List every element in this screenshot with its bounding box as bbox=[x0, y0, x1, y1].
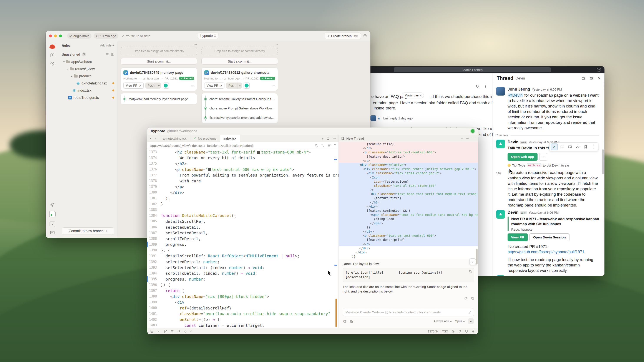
outline-icon[interactable] bbox=[328, 144, 331, 147]
git-branch-icon[interactable] bbox=[164, 330, 167, 333]
feedback-mail-icon[interactable] bbox=[50, 231, 54, 234]
tree-file[interactable]: TS routeTree.gen.ts bbox=[62, 94, 114, 101]
pane-menu-icon[interactable]: ⋯ bbox=[466, 136, 469, 140]
create-branch-button[interactable]: + Create branch ⌘B bbox=[324, 32, 361, 39]
tree-folder[interactable]: product bbox=[62, 72, 114, 80]
pr-title[interactable]: New PR #1971 - feat(web): add responsive… bbox=[511, 217, 599, 227]
close-window-button[interactable] bbox=[49, 34, 52, 37]
message-timestamp[interactable]: Yesterday at 6:06 PM bbox=[532, 88, 562, 91]
tab-overflow-icon[interactable]: ⋯ bbox=[333, 136, 336, 140]
tree-file[interactable]: ai-notetaking.tsx bbox=[62, 80, 114, 87]
search-icon[interactable] bbox=[315, 144, 318, 147]
view-pr-button[interactable]: View PR bbox=[508, 233, 528, 241]
branch-name[interactable]: devin/1764380912-gallery-shortcuts bbox=[211, 71, 270, 75]
diagnostics-summary[interactable]: ✓No problems bbox=[190, 135, 220, 142]
pr-number[interactable]: PR #1981 bbox=[165, 77, 178, 80]
thread-tab-label[interactable]: New Thread bbox=[346, 137, 364, 140]
tree-folder[interactable]: apps/web/src bbox=[62, 58, 114, 65]
nav-forward-icon[interactable] bbox=[155, 137, 156, 139]
check-reaction[interactable]: ✓ bbox=[551, 144, 558, 150]
outline-list-icon[interactable] bbox=[170, 330, 174, 333]
date-divider-pill[interactable]: Yesterday bbox=[402, 92, 424, 98]
help-icon[interactable]: ? bbox=[597, 68, 601, 72]
view-pr-button[interactable]: View PR↗ bbox=[204, 82, 224, 89]
commit-to-new-branch-button[interactable]: Commit to new branch+ bbox=[62, 227, 114, 235]
editor-titlebar[interactable]: hypnote gitbutler/workspace bbox=[147, 127, 478, 135]
breadcrumb[interactable]: apps/web/src/routes/_view/index.tsx › fu… bbox=[147, 142, 338, 149]
avatar[interactable] bbox=[496, 210, 505, 219]
retry-icon[interactable] bbox=[464, 297, 467, 300]
mention-link[interactable]: @Devin bbox=[508, 93, 523, 97]
gitbutler-logo[interactable] bbox=[49, 44, 56, 49]
sender-name[interactable]: Devin bbox=[508, 275, 518, 276]
settings-gear-icon[interactable] bbox=[50, 203, 54, 207]
workspace-thumbnail[interactable] bbox=[49, 211, 56, 217]
push-button[interactable]: Push bbox=[145, 82, 161, 89]
tree-folder[interactable]: routes/_view bbox=[62, 65, 114, 72]
panels-icon[interactable] bbox=[150, 330, 154, 333]
cursor-position[interactable]: 1370:34 bbox=[428, 330, 439, 333]
tab-ai-notetaking[interactable]: ai-notetaking.tsx bbox=[159, 135, 190, 142]
sender-name[interactable]: Devin bbox=[508, 140, 518, 144]
message-timestamp[interactable]: Yesterday at 6:06 PM bbox=[529, 211, 558, 214]
add-rule-button[interactable]: Add rule+ bbox=[100, 44, 114, 47]
permission-mode-dropdown[interactable]: Always Ask bbox=[434, 320, 452, 323]
open-web-app-button[interactable]: Open web app bbox=[508, 153, 538, 161]
commit-row[interactable]: chore: move Prompt Gallery above Workflo… bbox=[202, 104, 278, 113]
reply-thread-icon[interactable] bbox=[566, 144, 574, 150]
collapse-rail-button[interactable] bbox=[50, 221, 55, 227]
origin-branch-pill[interactable]: origin/main bbox=[67, 33, 92, 39]
green-status-icon[interactable] bbox=[471, 129, 474, 133]
branch-menu-icon[interactable]: ⋯ bbox=[191, 84, 194, 88]
search-input[interactable]: Search Fastrepl bbox=[394, 67, 551, 72]
more-icon[interactable]: ⋮ bbox=[484, 84, 487, 88]
code-editor[interactable]: 1373 <h2 className="text-3xl font-serif … bbox=[147, 149, 338, 328]
check-icon[interactable]: ✓ bbox=[190, 330, 192, 333]
mic-icon[interactable] bbox=[472, 330, 475, 333]
scrollbar[interactable] bbox=[602, 149, 604, 174]
ci-passed-badge[interactable]: ✓Passed bbox=[260, 77, 275, 80]
mention-icon[interactable]: @ bbox=[343, 319, 346, 323]
more-icon[interactable]: ⋮ bbox=[590, 144, 597, 150]
workspace-selector[interactable]: hypnote bbox=[198, 32, 218, 39]
add-reaction-icon[interactable] bbox=[558, 144, 566, 150]
pr-link[interactable]: https://github.com/fastrepl/hypnote/pull… bbox=[508, 249, 599, 255]
notifications-bell-icon[interactable] bbox=[476, 84, 479, 88]
lane-menu-icon[interactable]: ⋯ bbox=[274, 42, 278, 47]
expand-input-icon[interactable] bbox=[468, 311, 471, 314]
minimize-pane-icon[interactable]: — bbox=[472, 137, 476, 140]
tree-view-icon[interactable] bbox=[111, 53, 114, 56]
drop-zone[interactable]: Drop files to assign or commit directly bbox=[120, 47, 197, 55]
close-icon[interactable]: × bbox=[598, 75, 600, 81]
view-pr-button[interactable]: View PR↗ bbox=[124, 82, 144, 89]
history-icon[interactable] bbox=[50, 61, 54, 66]
last-fetch-pill[interactable]: 13 min ago bbox=[94, 33, 118, 39]
message-composer[interactable] bbox=[343, 308, 474, 316]
terminal-icon[interactable] bbox=[157, 330, 160, 333]
share-icon[interactable] bbox=[574, 144, 581, 150]
expand-icon[interactable] bbox=[321, 144, 324, 147]
copy-icon[interactable] bbox=[469, 270, 472, 273]
nav-back-icon[interactable] bbox=[150, 137, 152, 139]
model-dropdown[interactable]: Opus bbox=[455, 320, 464, 323]
scrollbar-thumb[interactable] bbox=[336, 299, 337, 327]
lane-menu-icon[interactable]: ⋯ bbox=[194, 42, 197, 47]
avatar[interactable] bbox=[370, 115, 376, 121]
commit-row[interactable]: chore: rename Gallery to Prompt Gallery … bbox=[202, 94, 278, 104]
start-commit-button[interactable]: Start a commit... bbox=[202, 58, 278, 64]
bookmark-icon[interactable] bbox=[582, 144, 589, 150]
replies-link-fragment[interactable]: s bbox=[378, 116, 380, 120]
new-thread-icon[interactable]: + bbox=[461, 137, 463, 140]
copilot-icon[interactable] bbox=[452, 330, 455, 333]
scroll-to-bottom-button[interactable] bbox=[469, 258, 476, 265]
search-icon[interactable] bbox=[177, 330, 180, 333]
ci-passed-badge[interactable]: ✓Passed bbox=[179, 77, 194, 80]
open-in-window-icon[interactable] bbox=[582, 76, 585, 80]
target-icon[interactable] bbox=[363, 34, 367, 38]
language-indicator[interactable]: TSX bbox=[442, 330, 448, 333]
author-avatar-button[interactable] bbox=[163, 82, 169, 89]
sender-name[interactable]: Devin bbox=[508, 210, 518, 215]
avatar[interactable] bbox=[496, 87, 505, 95]
send-button[interactable]: ▸ bbox=[468, 318, 474, 324]
pr-number[interactable]: PR #1982 bbox=[246, 77, 258, 80]
